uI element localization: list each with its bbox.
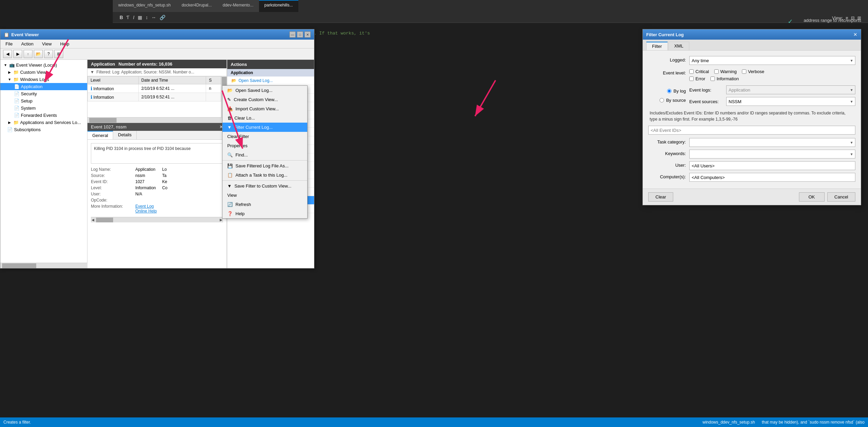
editor-tab-2[interactable]: docker4Drupal... — [176, 0, 217, 12]
minimize-button[interactable]: — — [289, 31, 296, 38]
ctx-help[interactable]: ❓ Help — [222, 209, 307, 218]
event-log-online-help-link[interactable]: Event Log Online Help — [135, 204, 159, 214]
logged-label: Logged: — [648, 56, 686, 63]
table-row[interactable]: ℹ Information 2/10/19 6:52:41 ... n — [88, 84, 221, 93]
tree-app-services[interactable]: ▶ 📁 Applications and Services Lo... — [0, 119, 87, 126]
expand-v-icon[interactable]: ↕ — [146, 15, 148, 20]
detail-hscroll-thumb[interactable] — [96, 218, 113, 222]
footer-right: OK Cancel — [799, 192, 855, 202]
by-source-radio[interactable] — [660, 98, 664, 102]
computer-input[interactable] — [689, 173, 855, 182]
menu-file[interactable]: File — [4, 41, 14, 47]
tree-windows-logs[interactable]: ▼ 📁 Windows Logs — [0, 76, 87, 83]
vscroll-thumb[interactable] — [222, 77, 227, 85]
back-button[interactable]: ◀ — [3, 50, 12, 58]
ctx-view[interactable]: View — [222, 191, 307, 200]
ok-button[interactable]: OK — [799, 192, 825, 202]
action-open-saved-log[interactable]: 📂 Open Saved Log... — [227, 77, 314, 85]
restore-button[interactable]: □ — [297, 31, 303, 38]
critical-checkbox[interactable] — [689, 69, 694, 74]
up-button[interactable]: ↑ — [24, 50, 32, 58]
ctx-import-custom-view[interactable]: 📥 Import Custom View... — [222, 104, 307, 113]
detail-tab-details[interactable]: Details — [113, 131, 137, 139]
tree-custom-views[interactable]: ▶ 📁 Custom Views — [0, 69, 87, 76]
events-hscroll[interactable] — [87, 117, 227, 123]
task-category-content: ▼ — [689, 138, 855, 147]
warning-checkbox[interactable] — [714, 69, 719, 74]
clear-button[interactable]: Clear — [648, 192, 673, 202]
logged-select[interactable]: Any time Last hour Last 12 hours Last 24… — [689, 56, 855, 65]
ctx-create-custom-view[interactable]: ✎ Create Custom View... — [222, 95, 307, 104]
dialog-tab-xml[interactable]: XML — [668, 42, 689, 50]
error-checkbox[interactable] — [689, 77, 694, 81]
tree-setup[interactable]: 📄 Setup — [0, 97, 87, 105]
verbose-checkbox[interactable] — [742, 69, 746, 74]
tree-forwarded-events[interactable]: 📄 Forwarded Events — [0, 112, 87, 119]
link-icon[interactable]: 🔗 — [160, 15, 165, 20]
ctx-properties[interactable]: Properties — [222, 141, 307, 150]
keywords-select[interactable] — [689, 150, 855, 159]
ctx-save-filter[interactable]: ▼ Save Filter to Custom View... — [222, 181, 307, 191]
hscroll-left-arrow[interactable]: ◀ — [92, 218, 94, 222]
menu-bar: File Action View Help — [0, 40, 314, 49]
tree-hscroll[interactable] — [0, 263, 87, 268]
ctx-save-filtered[interactable]: 💾 Save Filtered Log File As... — [222, 161, 307, 170]
tree-security[interactable]: 📄 Security — [0, 90, 87, 97]
event-id-label: Event ID: — [91, 179, 132, 184]
detail-hscroll[interactable]: ◀ ▶ — [91, 217, 223, 222]
user-row: User: — [648, 161, 855, 170]
events-hscroll-thumb[interactable] — [89, 118, 117, 123]
editor-tab-4[interactable]: parkstonehills... — [259, 0, 298, 12]
tree-root[interactable]: ▼ 📺 Event Viewer (Local) — [0, 61, 87, 69]
event-ids-input[interactable] — [648, 126, 855, 135]
task-category-select[interactable] — [689, 138, 855, 147]
event-sources-select[interactable]: NSSM — [726, 97, 855, 106]
menu-action[interactable]: Action — [19, 41, 35, 47]
by-log-radio[interactable] — [667, 89, 672, 93]
tree-system[interactable]: 📄 System — [0, 105, 87, 112]
expand-h-icon[interactable]: ↔ — [151, 15, 156, 20]
close-button[interactable]: ✕ — [304, 31, 311, 38]
dialog-close-button[interactable]: ✕ — [853, 32, 857, 37]
col-date[interactable]: Date and Time — [138, 77, 206, 84]
table-row[interactable]: ℹ Information 2/10/19 6:52:41 ... — [88, 93, 221, 101]
col-level[interactable]: Level — [88, 77, 139, 84]
ctx-refresh[interactable]: 🔄 Refresh — [222, 200, 307, 209]
tree-subscriptions[interactable]: 📄 Subscriptions — [0, 126, 87, 133]
grid-icon[interactable]: ▦ — [138, 15, 142, 20]
properties-button[interactable]: 📂 — [34, 50, 43, 58]
source-right-label: Lo — [162, 167, 196, 172]
bold-icon[interactable]: B — [120, 15, 123, 20]
detail-tab-general[interactable]: General — [87, 131, 113, 139]
ctx-help-label: Help — [235, 211, 245, 216]
menu-help[interactable]: Help — [58, 41, 71, 47]
format-icon[interactable]: Ƭ — [126, 15, 130, 20]
editor-tab-1[interactable]: windows_ddev_nfs_setup.sh — [113, 0, 176, 12]
forward-button[interactable]: ▶ — [13, 50, 22, 58]
italic-icon[interactable]: I — [133, 15, 134, 20]
editor-tab-3[interactable]: ddev-Memento... — [217, 0, 259, 12]
hscroll-thumb[interactable] — [2, 263, 36, 268]
tree-forwarded-events-label: Forwarded Events — [21, 113, 57, 118]
information-checkbox[interactable] — [710, 77, 715, 81]
tree-icon-app-services: 📁 — [13, 120, 19, 125]
information-label: Information — [717, 76, 739, 81]
ctx-find[interactable]: 🔍 Find... — [222, 150, 307, 160]
ctx-filter-current-log[interactable]: ▼ Filter Current Log... — [222, 123, 307, 132]
menu-view[interactable]: View — [40, 41, 53, 47]
tree-icon-custom-views: 📁 — [13, 70, 19, 75]
ctx-clear-log[interactable]: 🗑 Clear Lo... — [222, 113, 307, 123]
event-viewer-window-title: Event Viewer — [11, 32, 39, 37]
ctx-clear-filter[interactable]: Clear Filter — [222, 132, 307, 141]
event-logs-select[interactable]: Application — [726, 85, 855, 94]
col-source[interactable]: S — [206, 77, 221, 84]
ctx-attach-task[interactable]: 📋 Attach a Task to this Log... — [222, 170, 307, 180]
dialog-tab-filter[interactable]: Filter — [646, 42, 668, 50]
help-button[interactable]: ? — [44, 50, 53, 58]
user-input[interactable] — [689, 161, 855, 170]
cancel-button[interactable]: Cancel — [827, 192, 855, 202]
ctx-open-saved-log[interactable]: 📂 Open Saved Log... — [222, 86, 307, 95]
new-button[interactable]: ⊞ — [54, 50, 63, 58]
keywords-row: Keywords: ▼ — [648, 150, 855, 159]
tree-application[interactable]: 📄 Application — [0, 83, 87, 90]
